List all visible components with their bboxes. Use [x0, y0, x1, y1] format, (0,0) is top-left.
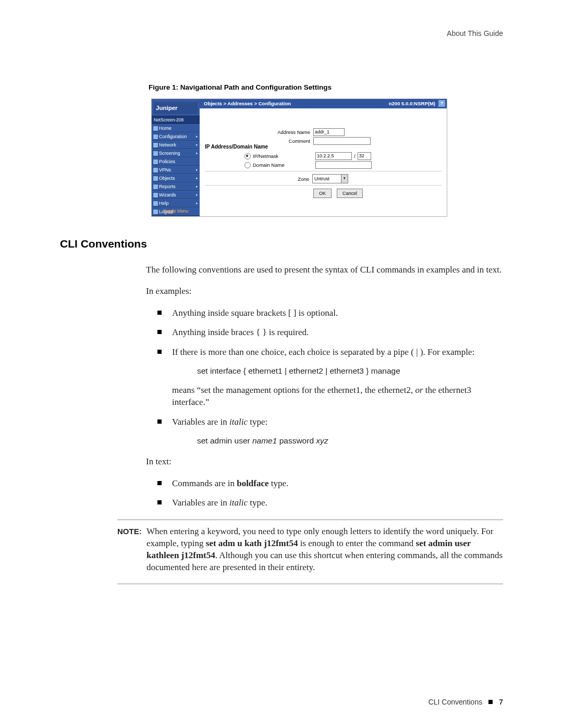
screening-icon: [153, 151, 158, 156]
domain-name-input[interactable]: [315, 161, 372, 169]
sidebar-item-policies[interactable]: Policies: [152, 157, 200, 166]
policies-icon: [153, 159, 158, 165]
note-label: NOTE:: [117, 525, 146, 573]
ip-netmask-radio[interactable]: [244, 153, 251, 159]
ip-netmask-radio-label: IP/Netmask: [253, 153, 289, 159]
address-name-input[interactable]: addr_1: [313, 128, 345, 136]
sidebar-nav: Home Configuration▸ Network▸ Screening▸ …: [152, 124, 200, 216]
header-section-label: About This Guide: [447, 29, 503, 38]
chevron-right-icon: ▸: [196, 176, 198, 180]
page-number: 7: [499, 698, 503, 706]
ok-button[interactable]: OK: [313, 189, 332, 198]
chevron-right-icon: ▸: [196, 134, 198, 139]
sidebar-item-screening[interactable]: Screening▸: [152, 149, 200, 157]
config-icon: [153, 134, 158, 140]
toggle-menu-link[interactable]: Toggle Menu: [152, 207, 200, 215]
note-text: When entering a keyword, you need to typ…: [146, 525, 503, 573]
examples-list: Anything inside square brackets [ ] is o…: [157, 307, 503, 446]
sidebar-item-configuration[interactable]: Configuration▸: [152, 132, 200, 141]
sidebar-item-vpns[interactable]: VPNs▸: [152, 166, 200, 174]
form-panel: Address Name addr_1 Comment IP Address/D…: [200, 108, 447, 216]
address-name-label: Address Name: [200, 129, 313, 135]
netmask-input[interactable]: 32: [358, 152, 371, 160]
juniper-logo: Juniper: [154, 102, 198, 114]
sidebar: Juniper NetScreen-208 Home Configuration…: [152, 99, 200, 216]
sidebar-item-network[interactable]: Network▸: [152, 141, 200, 149]
home-icon: [153, 126, 158, 131]
sidebar-item-reports[interactable]: Reports▸: [152, 182, 200, 191]
intro-paragraph: The following conventions are used to pr…: [146, 264, 503, 276]
list-item: If there is more than one choice, each c…: [157, 346, 503, 409]
help-icon: [153, 201, 158, 206]
ip-input[interactable]: 10.2.2.5: [315, 152, 352, 160]
chevron-right-icon: ▸: [196, 143, 198, 147]
sidebar-item-home[interactable]: Home: [152, 124, 200, 132]
cancel-button[interactable]: Cancel: [337, 189, 363, 198]
list-item: Anything inside braces { } is required.: [157, 326, 503, 338]
page-footer: CLI Conventions 7: [429, 698, 503, 706]
footer-section-label: CLI Conventions: [429, 698, 483, 706]
chevron-right-icon: ▸: [196, 184, 198, 189]
topbar: Objects > Addresses > Configuration n200…: [200, 99, 447, 108]
comment-input[interactable]: [313, 137, 371, 145]
webui-screenshot: Juniper NetScreen-208 Home Configuration…: [151, 98, 447, 217]
comment-label: Comment: [200, 138, 313, 144]
objects-icon: [153, 176, 158, 181]
figure-caption: Figure 1: Navigational Path and Configur…: [149, 83, 503, 91]
list-item: Commands are in boldface type.: [157, 477, 503, 489]
zone-label: Zone: [200, 176, 312, 182]
sidebar-item-objects[interactable]: Objects▸: [152, 174, 200, 182]
chevron-right-icon: ▸: [196, 168, 198, 172]
domain-name-radio-label: Domain Name: [253, 162, 289, 168]
reports-icon: [153, 184, 158, 190]
help-button[interactable]: ?: [438, 100, 445, 107]
chevron-right-icon: ▸: [196, 201, 198, 205]
device-name: NetScreen-208: [152, 116, 200, 124]
domain-name-radio[interactable]: [244, 162, 251, 168]
text-list: Commands are in boldface type. Variables…: [157, 477, 503, 509]
note-rule-bottom: [117, 584, 503, 584]
chevron-right-icon: ▸: [196, 151, 198, 155]
code-example: set interface { ethernet1 | ethernet2 | …: [197, 365, 503, 376]
note-rule-top: [117, 520, 503, 520]
ip-section-title: IP Address/Domain Name: [205, 144, 268, 150]
sidebar-item-help[interactable]: Help▸: [152, 199, 200, 207]
footer-square-icon: [488, 700, 493, 704]
version-label: n200 5.0.0:NSRP(M): [389, 101, 435, 106]
list-item: Variables are in italic type: set admin …: [157, 416, 503, 447]
sidebar-item-wizards[interactable]: Wizards▸: [152, 191, 200, 199]
list-item: Variables are in italic type.: [157, 497, 503, 509]
chevron-right-icon: ▸: [196, 193, 198, 197]
wizards-icon: [153, 192, 158, 198]
in-text-label: In text:: [146, 455, 503, 467]
body-content: The following conventions are used to pr…: [146, 264, 503, 509]
code-example: set admin user name1 password xyz: [197, 435, 503, 446]
note-block: NOTE: When entering a keyword, you need …: [117, 525, 503, 573]
mask-separator: /: [352, 153, 358, 159]
network-icon: [153, 142, 158, 148]
chevron-down-icon: ▾: [341, 175, 348, 183]
breadcrumb: Objects > Addresses > Configuration: [204, 101, 291, 106]
in-examples-label: In examples:: [146, 285, 503, 297]
zone-select[interactable]: Untrust ▾: [312, 174, 348, 183]
vpn-icon: [153, 167, 158, 173]
page: About This Guide Figure 1: Navigational …: [0, 0, 563, 728]
list-item: Anything inside square brackets [ ] is o…: [157, 307, 503, 319]
cli-conventions-heading: CLI Conventions: [60, 238, 503, 250]
